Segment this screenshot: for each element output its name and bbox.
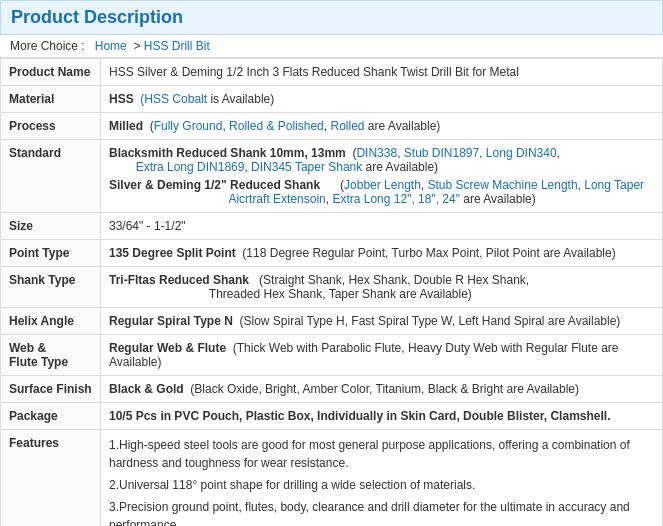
value-material: HSS (HSS Cobalt is Available) — [101, 86, 663, 113]
label-surface-finish: Surface Finish — [1, 376, 101, 403]
spec-table: Product Name HSS Silver & Deming 1/2 Inc… — [0, 58, 663, 526]
table-row-standard: Standard Blacksmith Reduced Shank 10mm, … — [1, 140, 663, 213]
standard-line1: Blacksmith Reduced Shank 10mm, 13mm (DIN… — [109, 146, 654, 174]
breadcrumb: More Choice : Home > HSS Drill Bit — [0, 35, 663, 58]
breadcrumb-hss[interactable]: HSS Drill Bit — [144, 39, 210, 53]
stub-screw-link[interactable]: Stub Screw Machine Length — [428, 178, 578, 192]
table-row-features: Features 1.High-speed steel tools are go… — [1, 430, 663, 527]
table-row-helix-angle: Helix Angle Regular Spiral Type N (Slow … — [1, 308, 663, 335]
breadcrumb-prefix: More Choice : — [10, 39, 85, 53]
table-row-process: Process Milled (Fully Ground, Rolled & P… — [1, 113, 663, 140]
table-row-surface-finish: Surface Finish Black & Gold (Black Oxide… — [1, 376, 663, 403]
din345-link[interactable]: DIN345 Taper Shank — [251, 160, 362, 174]
label-features: Features — [1, 430, 101, 527]
fully-ground-link[interactable]: Fully Ground — [154, 119, 223, 133]
value-product-name: HSS Silver & Deming 1/2 Inch 3 Flats Red… — [101, 59, 663, 86]
long-din340-link[interactable]: Long DIN340 — [486, 146, 557, 160]
label-helix-angle: Helix Angle — [1, 308, 101, 335]
label-shank-type: Shank Type — [1, 267, 101, 308]
value-features: 1.High-speed steel tools are good for mo… — [101, 430, 663, 527]
label-web-flute: Web &Flute Type — [1, 335, 101, 376]
extra-long-link[interactable]: Extra Long DIN1869 — [136, 160, 245, 174]
table-row-web-flute: Web &Flute Type Regular Web & Flute (Thi… — [1, 335, 663, 376]
table-row-material: Material HSS (HSS Cobalt is Available) — [1, 86, 663, 113]
features-list: 1.High-speed steel tools are good for mo… — [109, 436, 654, 526]
table-row-point-type: Point Type 135 Degree Split Point (118 D… — [1, 240, 663, 267]
feature-item-2: 2.Universal 118° point shape for drillin… — [109, 476, 654, 494]
value-point-type: 135 Degree Split Point (118 Degree Regul… — [101, 240, 663, 267]
value-surface-finish: Black & Gold (Black Oxide, Bright, Amber… — [101, 376, 663, 403]
table-row-shank-type: Shank Type Tri-Fltas Reduced Shank (Stra… — [1, 267, 663, 308]
value-standard: Blacksmith Reduced Shank 10mm, 13mm (DIN… — [101, 140, 663, 213]
label-product-name: Product Name — [1, 59, 101, 86]
label-material: Material — [1, 86, 101, 113]
value-size: 33/64" - 1-1/2" — [101, 213, 663, 240]
hss-cobalt-link[interactable]: (HSS Cobalt — [140, 92, 207, 106]
stub-din1897-link[interactable]: Stub DIN1897 — [404, 146, 479, 160]
label-point-type: Point Type — [1, 240, 101, 267]
airctrft-link[interactable]: Aicrtraft Extensoin — [228, 192, 325, 206]
table-row-product-name: Product Name HSS Silver & Deming 1/2 Inc… — [1, 59, 663, 86]
label-process: Process — [1, 113, 101, 140]
label-standard: Standard — [1, 140, 101, 213]
value-helix-angle: Regular Spiral Type N (Slow Spiral Type … — [101, 308, 663, 335]
extra-long-18-link[interactable]: Extra Long 12", 18", 24" — [332, 192, 460, 206]
header-title: Product Description — [11, 7, 183, 27]
rolled-polished-link[interactable]: Rolled & Polished — [229, 119, 324, 133]
product-description-header: Product Description — [0, 0, 663, 35]
label-package: Package — [1, 403, 101, 430]
rolled-link[interactable]: Rolled — [330, 119, 364, 133]
jobber-link[interactable]: Jobber Length — [344, 178, 421, 192]
value-web-flute: Regular Web & Flute (Thick Web with Para… — [101, 335, 663, 376]
table-row-size: Size 33/64" - 1-1/2" — [1, 213, 663, 240]
long-taper-link[interactable]: Long Taper — [584, 178, 644, 192]
feature-item-3: 3.Precision ground point, flutes, body, … — [109, 498, 654, 526]
din338-link[interactable]: DIN338 — [356, 146, 397, 160]
value-package: 10/5 Pcs in PVC Pouch, Plastic Box, Indi… — [101, 403, 663, 430]
feature-item-1: 1.High-speed steel tools are good for mo… — [109, 436, 654, 472]
value-shank-type: Tri-Fltas Reduced Shank (Straight Shank,… — [101, 267, 663, 308]
label-size: Size — [1, 213, 101, 240]
value-process: Milled (Fully Ground, Rolled & Polished,… — [101, 113, 663, 140]
breadcrumb-home[interactable]: Home — [95, 39, 127, 53]
standard-line2: Silver & Deming 1/2" Reduced Shank (Jobb… — [109, 178, 654, 206]
table-row-package: Package 10/5 Pcs in PVC Pouch, Plastic B… — [1, 403, 663, 430]
